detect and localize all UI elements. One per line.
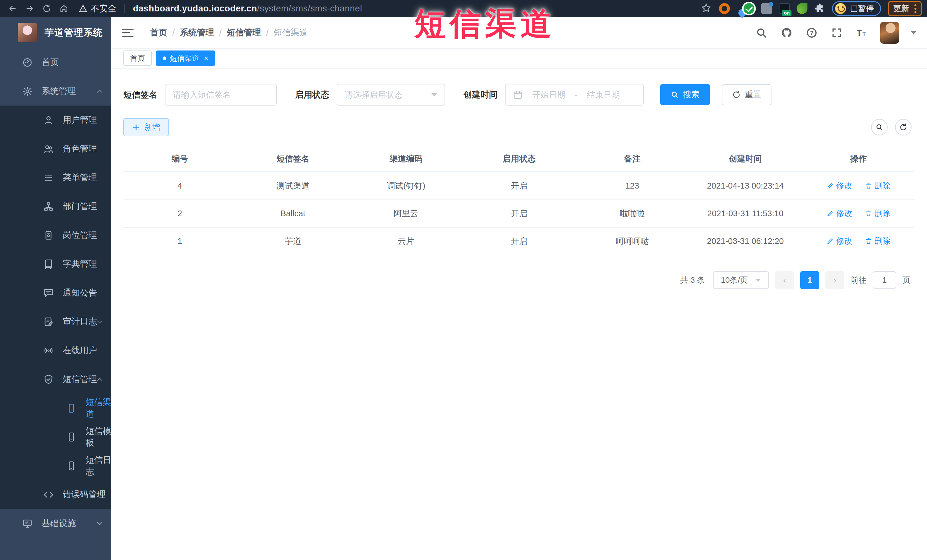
sidebar-item-sms-channel[interactable]: 短信渠道 bbox=[0, 394, 111, 422]
sidebar-item-depts[interactable]: 部门管理 bbox=[0, 192, 111, 221]
fullscreen-icon[interactable] bbox=[830, 26, 844, 39]
edit-icon bbox=[827, 210, 834, 217]
infra-section: 基础设施 bbox=[0, 509, 111, 560]
col-status: 启用状态 bbox=[462, 153, 576, 165]
page-size-select[interactable]: 10条/页 bbox=[713, 271, 769, 289]
sign-input[interactable] bbox=[173, 90, 269, 100]
toggle-search-button[interactable] bbox=[871, 119, 887, 135]
sidebar-item-dict[interactable]: 字典管理 bbox=[0, 250, 111, 278]
date-range-picker[interactable]: - bbox=[505, 84, 644, 106]
refresh-table-button[interactable] bbox=[895, 119, 912, 135]
extensions-puzzle-icon[interactable] bbox=[814, 3, 825, 14]
browser-back-icon[interactable] bbox=[5, 2, 20, 15]
goto-page-input[interactable] bbox=[873, 271, 896, 289]
sidebar-item-roles[interactable]: 角色管理 bbox=[0, 134, 111, 163]
sms-channel-table: 编号 短信签名 渠道编码 启用状态 备注 创建时间 操作 4 测试渠道 调试(钉… bbox=[123, 146, 915, 255]
breadcrumb-home[interactable]: 首页 bbox=[150, 27, 167, 38]
edit-link[interactable]: 修改 bbox=[827, 236, 852, 246]
prev-page-button[interactable]: ‹ bbox=[775, 271, 794, 289]
phone-icon bbox=[66, 403, 76, 413]
trash-icon bbox=[865, 182, 872, 190]
screenshot-root: 不安全 dashboard.yudao.iocoder.cn/system/sm… bbox=[0, 0, 927, 560]
col-id: 编号 bbox=[123, 153, 236, 165]
breadcrumb-separator: / bbox=[266, 28, 269, 38]
add-button[interactable]: 新增 bbox=[123, 118, 169, 137]
tab-sms-channel[interactable]: 短信渠道 × bbox=[156, 50, 215, 66]
breadcrumb-system[interactable]: 系统管理 bbox=[180, 27, 214, 38]
edit-link[interactable]: 修改 bbox=[827, 208, 852, 219]
user-avatar[interactable] bbox=[880, 22, 899, 44]
sign-label: 短信签名 bbox=[123, 89, 158, 101]
sidebar-item-online[interactable]: 在线用户 bbox=[0, 336, 111, 365]
edit-link[interactable]: 修改 bbox=[827, 180, 852, 191]
security-label: 不安全 bbox=[91, 3, 116, 15]
monitor-icon bbox=[22, 518, 32, 529]
sidebar-item-sms-template[interactable]: 短信模板 bbox=[0, 422, 111, 451]
trash-icon bbox=[865, 237, 872, 245]
sidebar-item-sms[interactable]: 短信管理 bbox=[0, 365, 111, 394]
tab-home[interactable]: 首页 bbox=[123, 50, 152, 66]
table-tools bbox=[871, 119, 915, 135]
collapse-sidebar-icon[interactable] bbox=[122, 27, 134, 38]
extension-grid-icon[interactable] bbox=[761, 3, 772, 14]
audit-log-icon bbox=[43, 317, 54, 327]
address-bar[interactable]: dashboard.yudao.iocoder.cn/system/sms/sm… bbox=[133, 3, 362, 14]
browser-update-button[interactable]: 更新 bbox=[888, 1, 922, 16]
search-button[interactable]: 搜索 bbox=[660, 84, 710, 105]
sidebar-item-auditlog[interactable]: 审计日志 bbox=[0, 307, 111, 336]
browser-forward-icon[interactable] bbox=[22, 2, 37, 15]
breadcrumb-separator: / bbox=[172, 28, 175, 38]
profile-paused-badge[interactable]: 已暂停 bbox=[832, 1, 881, 16]
svg-text:T: T bbox=[863, 31, 866, 37]
site-security-chip[interactable]: 不安全 bbox=[79, 3, 116, 15]
sidebar-item-sms-log[interactable]: 短信日志 bbox=[0, 451, 111, 480]
start-date-input[interactable] bbox=[527, 90, 570, 100]
update-label: 更新 bbox=[894, 3, 909, 14]
active-tab-dot bbox=[163, 56, 166, 60]
end-date-input[interactable] bbox=[582, 90, 625, 100]
reset-button[interactable]: 重置 bbox=[722, 84, 772, 105]
page-1-button[interactable]: 1 bbox=[800, 271, 819, 289]
browser-home-icon[interactable] bbox=[56, 2, 71, 15]
browser-menu-icon[interactable] bbox=[915, 4, 916, 13]
sidebar-item-posts[interactable]: 岗位管理 bbox=[0, 221, 111, 250]
status-select[interactable] bbox=[337, 84, 445, 106]
chevron-down-icon bbox=[96, 520, 103, 527]
sidebar-item-errorcode[interactable]: 错误码管理 bbox=[0, 480, 111, 509]
sidebar-item-notice[interactable]: 通知公告 bbox=[0, 278, 111, 307]
next-page-button[interactable]: › bbox=[825, 271, 844, 289]
col-remark: 备注 bbox=[576, 153, 689, 165]
sidebar-item-menus[interactable]: 菜单管理 bbox=[0, 163, 111, 192]
sidebar-item-system[interactable]: 系统管理 bbox=[0, 77, 111, 106]
breadcrumb-sms[interactable]: 短信管理 bbox=[227, 27, 261, 38]
font-size-icon[interactable]: TT bbox=[855, 26, 869, 39]
bookmark-star-icon[interactable] bbox=[701, 3, 712, 14]
extension-orange-icon[interactable] bbox=[719, 3, 730, 14]
browser-reload-icon[interactable] bbox=[40, 2, 54, 15]
extension-check-icon[interactable] bbox=[743, 3, 754, 14]
delete-link[interactable]: 删除 bbox=[865, 180, 891, 191]
tags-bar: 首页 短信渠道 × bbox=[111, 49, 927, 68]
sidebar-item-home[interactable]: 首页 bbox=[0, 48, 111, 77]
delete-link[interactable]: 删除 bbox=[865, 208, 891, 219]
edit-icon bbox=[827, 237, 834, 245]
status-select-input[interactable] bbox=[345, 90, 428, 100]
extension-dark-icon[interactable]: on bbox=[779, 3, 790, 14]
col-code: 渠道编码 bbox=[350, 153, 462, 165]
tab-close-icon[interactable]: × bbox=[204, 55, 208, 62]
header-search-icon[interactable] bbox=[755, 26, 768, 39]
github-icon[interactable] bbox=[780, 26, 793, 39]
avatar-caret-icon[interactable] bbox=[910, 31, 917, 35]
help-icon[interactable]: ? bbox=[805, 26, 819, 39]
extension-plant-icon[interactable] bbox=[796, 3, 807, 14]
pagination-total: 共 3 条 bbox=[680, 275, 705, 285]
online-signal-icon bbox=[43, 346, 54, 356]
delete-link[interactable]: 删除 bbox=[865, 236, 891, 246]
sign-input-wrap bbox=[165, 84, 277, 106]
sidebar-item-users[interactable]: 用户管理 bbox=[0, 106, 111, 134]
time-label: 创建时间 bbox=[464, 89, 498, 101]
sidebar-item-infrastructure[interactable]: 基础设施 bbox=[0, 509, 111, 538]
app-logo[interactable]: 芋道管理系统 bbox=[0, 17, 111, 48]
select-caret-icon bbox=[755, 279, 761, 282]
filter-form: 短信签名 启用状态 创建时间 - bbox=[123, 84, 915, 106]
